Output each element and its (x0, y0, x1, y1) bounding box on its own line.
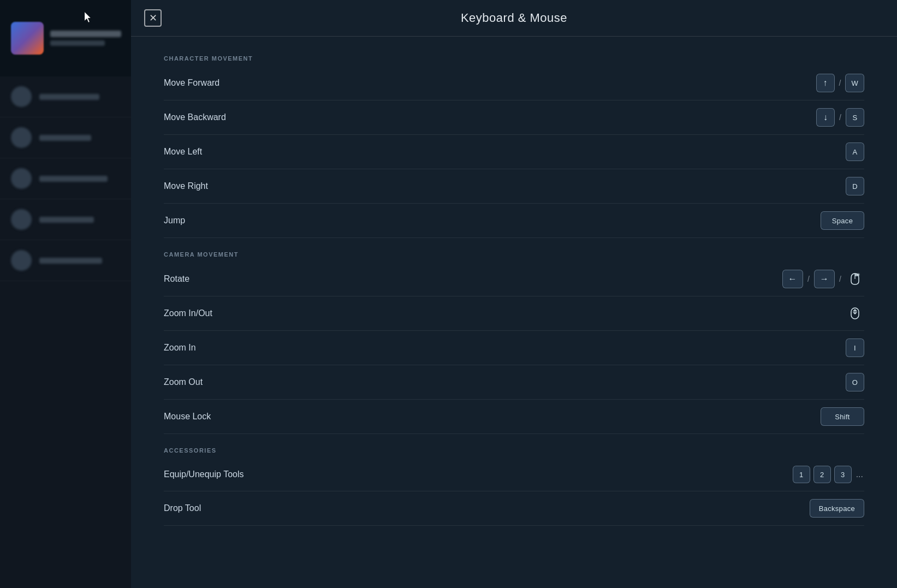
sidebar-item (0, 117, 131, 158)
key-cap-w: W (845, 74, 864, 92)
keybind-label-mouse-lock: Mouse Lock (164, 412, 211, 421)
sidebar-item (0, 76, 131, 117)
app-logo (11, 22, 44, 55)
keybind-row-equip-unequip[interactable]: Equip/Unequip Tools123... (164, 458, 864, 491)
sidebar-label (39, 135, 91, 141)
keybind-label-equip-unequip: Equip/Unequip Tools (164, 470, 243, 479)
key-arrow-right-icon: → (814, 270, 835, 288)
keybind-keys-move-backward: ↓/S (816, 108, 864, 127)
key-cap-i: I (846, 338, 864, 357)
keybind-label-rotate: Rotate (164, 274, 189, 284)
sidebar-avatar (11, 209, 32, 230)
sidebar-avatar (11, 168, 32, 189)
section-header-accessories: ACCESSORIES (164, 434, 864, 458)
keybind-row-rotate[interactable]: Rotate←/→/ (164, 262, 864, 296)
keybind-label-jump: Jump (164, 216, 185, 225)
sidebar (0, 0, 131, 588)
keybind-label-zoom-out: Zoom Out (164, 377, 203, 387)
keybind-keys-zoom-inout (846, 304, 864, 323)
sidebar-avatar (11, 250, 32, 271)
modal-title: Keyboard & Mouse (461, 11, 567, 25)
keybind-keys-move-left: A (846, 142, 864, 161)
keybind-row-move-backward[interactable]: Move Backward↓/S (164, 100, 864, 135)
sidebar-item (0, 158, 131, 199)
key-badge-3: 3 (834, 466, 852, 483)
more-keys-ellipsis: ... (855, 470, 864, 479)
sidebar-avatar (11, 86, 32, 107)
keybind-keys-rotate: ←/→/ (782, 270, 864, 288)
keybind-row-move-right[interactable]: Move RightD (164, 169, 864, 204)
section-header-character-movement: CHARACTER MOVEMENT (164, 42, 864, 66)
sidebar-label (39, 94, 99, 100)
key-arrow-left-icon: ← (782, 270, 803, 288)
key-cap-o: O (846, 373, 864, 391)
section-header-camera-movement: CAMERA MOVEMENT (164, 238, 864, 262)
keybind-row-jump[interactable]: JumpSpace (164, 204, 864, 238)
key-arrow-up-icon: ↑ (816, 74, 835, 92)
keybind-label-move-left: Move Left (164, 147, 202, 157)
keybindings-content[interactable]: CHARACTER MOVEMENTMove Forward↑/WMove Ba… (131, 37, 897, 588)
key-cap-backspace-icon: Backspace (810, 499, 864, 518)
keybind-label-zoom-inout: Zoom In/Out (164, 308, 212, 318)
key-arrow-down-icon: ↓ (816, 108, 835, 127)
keybind-keys-equip-unequip: 123... (793, 466, 864, 483)
keybind-row-mouse-lock[interactable]: Mouse LockShift (164, 400, 864, 434)
key-cap-space-icon: Space (821, 211, 864, 230)
sidebar-item (0, 240, 131, 281)
close-button[interactable]: ✕ (144, 9, 162, 27)
key-badge-2: 2 (813, 466, 831, 483)
keybind-keys-move-right: D (846, 177, 864, 195)
keybindings-modal: ✕ Keyboard & Mouse CHARACTER MOVEMENTMov… (131, 0, 897, 588)
keybind-row-zoom-inout[interactable]: Zoom In/Out (164, 296, 864, 331)
sidebar-item (0, 199, 131, 240)
app-title-line1 (50, 31, 121, 37)
mouse-right-click-icon (846, 270, 864, 288)
keybind-row-move-left[interactable]: Move LeftA (164, 135, 864, 169)
key-separator-icon: / (838, 275, 842, 283)
app-title-line2 (50, 40, 105, 46)
keybind-keys-zoom-out: O (846, 373, 864, 391)
keybind-label-drop-tool: Drop Tool (164, 503, 201, 513)
sidebar-avatar (11, 127, 32, 148)
app-title-block (50, 31, 121, 46)
keybind-row-zoom-out[interactable]: Zoom OutO (164, 365, 864, 400)
logo-area (0, 0, 131, 76)
key-separator-icon: / (838, 79, 842, 87)
key-cap-d: D (846, 177, 864, 195)
sidebar-label (39, 176, 108, 182)
keybind-keys-mouse-lock: Shift (821, 407, 864, 426)
keybind-label-move-backward: Move Backward (164, 112, 226, 122)
key-cap-s: S (846, 108, 864, 127)
modal-header: ✕ Keyboard & Mouse (131, 0, 897, 37)
keybind-row-drop-tool[interactable]: Drop ToolBackspace (164, 491, 864, 526)
keybind-keys-zoom-in: I (846, 338, 864, 357)
keybind-row-move-forward[interactable]: Move Forward↑/W (164, 66, 864, 100)
keybind-label-zoom-in: Zoom In (164, 343, 196, 353)
mouse-scroll-icon (846, 304, 864, 323)
keybind-keys-drop-tool: Backspace (810, 499, 864, 518)
key-badge-1: 1 (793, 466, 810, 483)
keybind-label-move-forward: Move Forward (164, 78, 219, 88)
keybind-keys-move-forward: ↑/W (816, 74, 864, 92)
sidebar-label (39, 217, 94, 223)
key-separator-icon: / (806, 275, 811, 283)
keybind-keys-jump: Space (821, 211, 864, 230)
key-cap-shift-icon: Shift (821, 407, 864, 426)
keybind-label-move-right: Move Right (164, 181, 208, 191)
key-separator-icon: / (838, 113, 842, 122)
keybind-row-zoom-in[interactable]: Zoom InI (164, 331, 864, 365)
svg-point-2 (858, 274, 859, 276)
key-cap-a: A (846, 142, 864, 161)
sidebar-label (39, 258, 102, 264)
